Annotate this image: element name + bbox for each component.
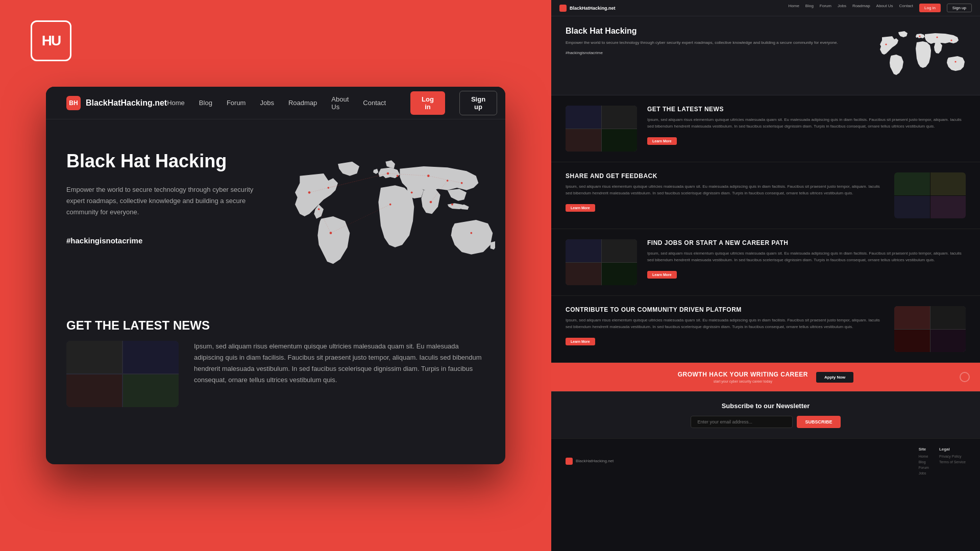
thumb-cell-0-1 [566, 106, 601, 129]
learn-more-0[interactable]: Learn More [647, 137, 677, 145]
mini-nav-roadmap[interactable]: Roadmap [852, 4, 870, 12]
mini-nav-about[interactable]: About Us [876, 4, 893, 12]
signup-button[interactable]: Sign up [459, 91, 497, 115]
mini-footer-brand-name: BlackHatHacking.net [576, 459, 614, 463]
logo-badge: HU [31, 20, 71, 61]
svg-point-22 [919, 35, 920, 37]
news-image-thumbnail [66, 341, 179, 407]
footer-link-blog[interactable]: Blog [919, 460, 929, 464]
thumb-cell-1-1 [894, 172, 930, 195]
news-section-title: GET THE LATEST NEWS [66, 318, 485, 333]
mini-brand: BlackHatHacking.net [559, 5, 616, 12]
svg-point-11 [389, 204, 391, 206]
footer-col-legal: Legal Privacy Policy Terms of Service [939, 447, 966, 475]
learn-more-3[interactable]: Learn More [566, 338, 595, 345]
cta-title: GROWTH HACK YOUR WRITING CAREER [678, 371, 808, 378]
world-map-svg [281, 150, 495, 283]
news-img-3 [66, 374, 122, 407]
thumb-cell-3-2 [930, 306, 966, 329]
newsletter-subscribe-button[interactable]: SUBSCRIBE [797, 416, 840, 428]
section-info-2: FIND JOBS OR START A NEW CAREER PATH Ips… [647, 239, 966, 285]
nav-forum[interactable]: Forum [227, 99, 246, 107]
section-title-1: SHARE AND GET FEEDBACK [566, 172, 884, 180]
hero-text: Black Hat Hacking Empower the world to s… [66, 150, 260, 245]
svg-point-9 [461, 182, 463, 184]
learn-more-2[interactable]: Learn More [647, 271, 677, 279]
mini-nav-home[interactable]: Home [789, 4, 799, 12]
footer-link-privacy[interactable]: Privacy Policy [939, 455, 966, 458]
thumb-cell-2-1 [566, 239, 601, 262]
mini-brand-name: BlackHatHacking.net [570, 6, 616, 11]
svg-point-23 [936, 36, 938, 38]
footer-link-jobs[interactable]: Jobs [919, 471, 929, 475]
section-desc-0: Ipsum, sed aliquam risus elementum quisq… [647, 117, 966, 130]
thumb-cell-0-4 [602, 129, 638, 152]
section-desc-3: Ipsum, sed aliquam risus elementum quisq… [566, 317, 884, 331]
svg-point-13 [451, 204, 453, 206]
mini-nav-jobs[interactable]: Jobs [838, 4, 846, 12]
cta-subtitle: start your cyber security career today [678, 380, 808, 383]
cta-decoration [960, 372, 970, 382]
mini-signup-button[interactable]: Sign up [947, 4, 972, 12]
section-thumbnail-2 [566, 239, 637, 285]
mini-nav-blog[interactable]: Blog [805, 4, 814, 12]
news-img-1 [66, 341, 122, 373]
mini-nav-contact[interactable]: Contact [899, 4, 913, 12]
cta-banner: GROWTH HACK YOUR WRITING CAREER start yo… [551, 363, 980, 391]
main-navbar: BH BlackHatHacking.net Home Blog Forum J… [46, 87, 505, 119]
thumb-cell-0-2 [602, 106, 638, 129]
newsletter-title: Subscribe to our Newsletter [566, 402, 966, 410]
login-button[interactable]: Log in [410, 91, 445, 115]
nav-home[interactable]: Home [167, 99, 185, 107]
mini-nav-forum[interactable]: Forum [820, 4, 831, 12]
section-card-2: FIND JOBS OR START A NEW CAREER PATH Ips… [551, 229, 980, 296]
section-card-3: CONTRIBUTE TO OUR COMMUNITY DRIVEN PLATF… [551, 296, 980, 363]
nav-blog[interactable]: Blog [199, 99, 212, 107]
thumb-cell-1-3 [894, 196, 930, 219]
news-section: GET THE LATEST NEWS Ipsum, sed aliquam r… [46, 303, 505, 422]
svg-line-15 [328, 173, 388, 188]
right-panel: BlackHatHacking.net Home Blog Forum Jobs… [551, 0, 980, 551]
svg-point-21 [885, 43, 887, 45]
svg-point-2 [318, 208, 320, 210]
newsletter-form: SUBSCRIBE [566, 416, 966, 428]
footer-link-home[interactable]: Home [919, 455, 929, 458]
logo-text: HU [42, 33, 60, 49]
news-body: Ipsum, sed aliquam risus elementum quisq… [194, 341, 485, 386]
newsletter-email-input[interactable] [691, 416, 793, 428]
svg-point-6 [411, 191, 413, 193]
newsletter-section: Subscribe to our Newsletter SUBSCRIBE [551, 391, 980, 438]
nav-jobs[interactable]: Jobs [260, 99, 274, 107]
footer-link-terms[interactable]: Terms of Service [939, 460, 966, 464]
svg-point-12 [470, 232, 472, 234]
svg-point-25 [954, 61, 956, 62]
mini-nav-links: Home Blog Forum Jobs Roadmap About Us Co… [789, 4, 972, 12]
section-info-3: CONTRIBUTE TO OUR COMMUNITY DRIVEN PLATF… [566, 306, 884, 352]
thumb-cell-0-3 [566, 129, 601, 152]
navbar-nav: Home Blog Forum Jobs Roadmap About Us Co… [167, 91, 497, 115]
thumb-cell-2-2 [602, 239, 638, 262]
section-thumbnail-3 [894, 306, 966, 352]
section-desc-2: Ipsum, sed aliquam risus elementum quisq… [647, 251, 966, 264]
learn-more-1[interactable]: Learn More [566, 204, 595, 212]
mini-login-button[interactable]: Log in [919, 4, 941, 12]
nav-roadmap[interactable]: Roadmap [288, 99, 317, 107]
nav-about[interactable]: About Us [331, 95, 349, 111]
thumb-cell-1-2 [930, 172, 966, 195]
cta-apply-button[interactable]: Apply Now [816, 372, 853, 383]
mini-brand-icon [559, 5, 567, 12]
hero-hashtag: #hackingisnotacrime [66, 236, 260, 245]
section-thumbnail-1 [894, 172, 966, 218]
news-content: Ipsum, sed aliquam risus elementum quisq… [66, 341, 485, 407]
footer-col-site-title: Site [919, 447, 929, 452]
nav-contact[interactable]: Contact [363, 99, 386, 107]
thumb-cell-3-4 [930, 330, 966, 353]
section-card-0: GET THE LATEST NEWS Ipsum, sed aliquam r… [551, 95, 980, 162]
hero-title: Black Hat Hacking [66, 150, 260, 172]
footer-link-forum[interactable]: Forum [919, 466, 929, 469]
thumb-cell-3-1 [894, 306, 930, 329]
news-img-2 [123, 341, 179, 373]
section-title-3: CONTRIBUTE TO OUR COMMUNITY DRIVEN PLATF… [566, 306, 884, 313]
world-map [281, 150, 495, 283]
news-img-4 [123, 374, 179, 407]
